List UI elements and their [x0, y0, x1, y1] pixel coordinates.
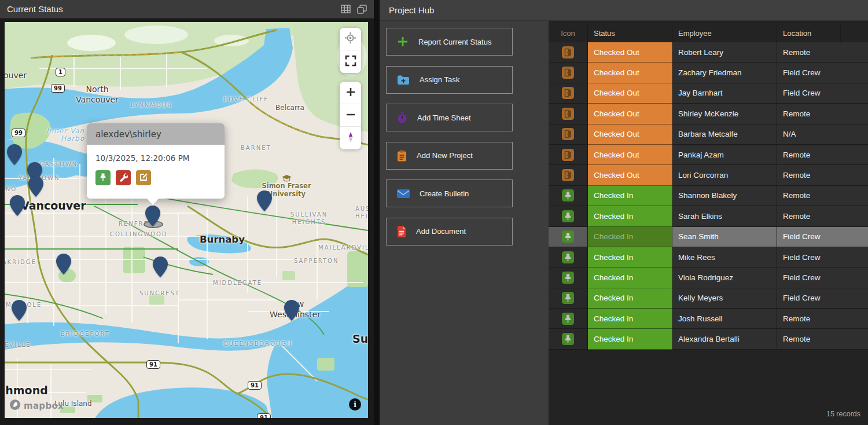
status-badge: Checked Out: [588, 83, 672, 104]
stopwatch-icon: [397, 112, 407, 123]
map-pin[interactable]: [9, 195, 26, 217]
status-badge: Checked Out: [588, 42, 672, 63]
table-row[interactable]: Checked InKelly MeyersField Crew: [549, 288, 868, 309]
employee-cell: Shannon Blakely: [672, 186, 777, 206]
employee-cell: Sarah Elkins: [672, 206, 777, 226]
map-control-group-zoom: [340, 82, 361, 149]
folder-plus-icon: [397, 75, 410, 85]
pushpin-glyph-icon: [98, 173, 108, 184]
mapbox-logo-text: mapbox: [24, 401, 64, 411]
fullscreen-button[interactable]: [340, 50, 361, 73]
action-button-report-current-status[interactable]: Report Current Status: [386, 28, 513, 56]
pushpin-icon: [562, 210, 574, 222]
map-pin[interactable]: [152, 256, 169, 278]
geolocate-icon: [344, 32, 356, 46]
map-popup-timestamp: 10/3/2025, 12:20:06 PM: [95, 153, 216, 163]
zoom-in-button[interactable]: [340, 82, 361, 104]
table-row[interactable]: Checked InJosh RussellRemote: [549, 309, 868, 329]
table-row[interactable]: Checked OutPankaj AzamRemote: [549, 145, 868, 165]
project-hub-panel: Project Hub Report Current StatusAssign …: [380, 0, 868, 425]
project-hub-title: Project Hub: [389, 5, 434, 15]
project-hub-titlebar: Project Hub: [380, 0, 868, 21]
table-row[interactable]: Checked InSarah ElkinsRemote: [549, 206, 868, 226]
panel-divider: [374, 0, 380, 425]
location-cell: Field Crew: [777, 247, 868, 268]
record-count: 15 records: [826, 410, 860, 418]
status-badge: Checked In: [588, 206, 672, 226]
door-open-icon: [562, 67, 574, 79]
door-open-icon: [562, 87, 574, 99]
location-cell: Field Crew: [777, 63, 868, 83]
pushpin-icon: [562, 292, 574, 304]
table-row[interactable]: Checked InViola RodriguezField Crew: [549, 268, 868, 288]
popup-pushpin-button[interactable]: [95, 170, 111, 185]
table-row[interactable]: Checked InMike ReesField Crew: [549, 247, 868, 268]
highway-shield: 91: [146, 360, 160, 369]
table-row[interactable]: Checked InShannon BlakelyRemote: [549, 186, 868, 206]
status-badge: Checked In: [588, 186, 672, 206]
column-header-icon[interactable]: Icon: [549, 24, 588, 42]
employee-cell: Alexandra Bertalli: [672, 329, 777, 349]
mapbox-logo[interactable]: mapbox: [9, 399, 64, 413]
row-icon-cell: [549, 268, 588, 288]
status-badge: Checked In: [588, 268, 672, 288]
location-cell: Remote: [777, 206, 868, 226]
zoom-out-button[interactable]: [340, 104, 361, 127]
map-control-group-top: [340, 28, 361, 73]
location-cell: Remote: [777, 329, 868, 349]
column-header-employee[interactable]: Employee: [672, 24, 777, 42]
fullscreen-icon: [344, 54, 357, 69]
status-badge: Checked Out: [588, 63, 672, 83]
pushpin-icon: [562, 251, 574, 263]
action-button-add-new-project[interactable]: Add New Project: [386, 142, 513, 170]
table-row[interactable]: Checked OutBarbara MetcalfeN/A: [549, 124, 868, 145]
column-header-location[interactable]: Location: [777, 24, 841, 42]
row-icon-cell: [549, 104, 588, 124]
compass-button[interactable]: [340, 127, 361, 149]
location-cell: Remote: [777, 145, 868, 165]
status-badge: Checked In: [588, 329, 672, 349]
table-row[interactable]: Checked InSean SmithField Crew: [549, 227, 868, 247]
action-button-add-document[interactable]: Add Document: [386, 218, 513, 246]
table-row[interactable]: Checked OutJay BarnhartField Crew: [549, 83, 868, 104]
employee-cell: Robert Leary: [672, 42, 777, 63]
attribution-info-button[interactable]: i: [349, 398, 361, 411]
door-open-icon: [562, 128, 574, 140]
map-pin[interactable]: [10, 299, 28, 321]
action-button-add-time-sheet[interactable]: Add Time Sheet: [386, 104, 513, 131]
geolocate-button[interactable]: [340, 28, 361, 50]
table-row[interactable]: Checked OutShirley McKenzieRemote: [549, 104, 868, 124]
employee-cell: Viola Rodriguez: [672, 268, 777, 288]
wrench-glyph-icon: [119, 173, 128, 184]
action-button-create-bulletin[interactable]: Create Bulletin: [386, 179, 513, 207]
status-badge: Checked Out: [588, 124, 672, 145]
current-status-titlebar: Current Status: [0, 0, 374, 19]
map[interactable]: ouverNorth VancouverLYNNMOURCOVE CLIFFBe…: [5, 22, 368, 418]
envelope-icon: [397, 189, 410, 198]
table-row[interactable]: Checked OutRobert LearyRemote: [549, 42, 868, 63]
map-pin[interactable]: [144, 205, 161, 227]
action-button-assign-task[interactable]: Assign Task: [386, 66, 513, 94]
document-icon: [397, 226, 406, 237]
row-icon-cell: [549, 309, 588, 329]
map-pin[interactable]: [256, 190, 273, 212]
row-icon-cell: [549, 227, 588, 247]
column-header-status[interactable]: Status: [588, 24, 672, 42]
map-pin[interactable]: [27, 175, 45, 197]
door-open-icon: [562, 108, 574, 120]
table-row[interactable]: Checked OutZachary FriedmanField Crew: [549, 63, 868, 83]
popup-wrench-button[interactable]: [116, 170, 131, 185]
pushpin-icon: [562, 272, 574, 284]
row-icon-cell: [549, 206, 588, 226]
table-row[interactable]: Checked InAlexandra BertalliRemote: [549, 329, 868, 349]
table-row[interactable]: Checked OutLori CorcorranRemote: [549, 165, 868, 185]
popout-windows-icon[interactable]: [357, 5, 367, 14]
map-pin[interactable]: [283, 299, 300, 321]
employee-cell: Mike Rees: [672, 247, 777, 268]
table-view-icon[interactable]: [341, 5, 351, 13]
popup-edit-button[interactable]: [136, 170, 151, 185]
location-cell: N/A: [777, 124, 868, 145]
map-pin[interactable]: [6, 144, 23, 166]
action-button-label: Create Bulletin: [420, 189, 469, 198]
map-pin[interactable]: [55, 253, 72, 275]
